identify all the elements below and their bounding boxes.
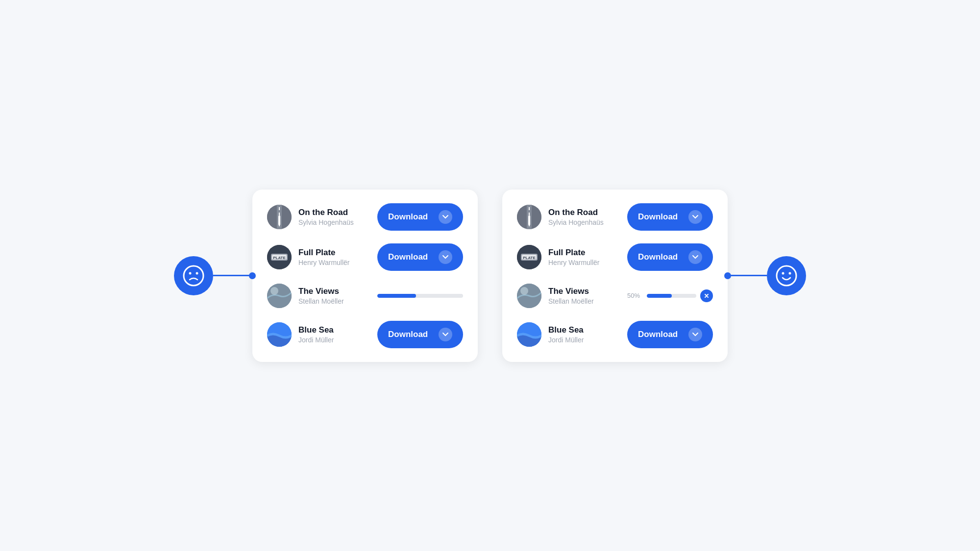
track-text: On the Road Sylvia Hogenhaüs: [298, 208, 354, 226]
track-artist: Stellan Moëller: [298, 297, 344, 305]
avatar: [267, 322, 292, 347]
track-text: Blue Sea Jordi Müller: [298, 325, 334, 344]
svg-point-0: [184, 266, 203, 286]
chevron-down-icon: [688, 328, 702, 341]
table-row: On the Road Sylvia Hogenhaüs Download: [267, 199, 463, 235]
table-row: The Views Stellan Moëller: [267, 280, 463, 312]
avatar: PLATE: [517, 245, 541, 269]
svg-point-11: [270, 287, 278, 295]
avatar: [517, 284, 541, 308]
download-label: Download: [388, 212, 428, 222]
track-title: Full Plate: [298, 248, 350, 258]
progress-fill: [647, 294, 672, 298]
progress-bar: [377, 294, 463, 298]
chevron-down-icon: [688, 250, 702, 264]
progress-with-cancel: 50%: [627, 289, 713, 302]
left-connector-line: [213, 275, 252, 276]
progress-bar: [647, 294, 696, 298]
track-info: The Views Stellan Moëller: [267, 284, 344, 308]
download-button[interactable]: Download: [377, 321, 463, 348]
chevron-down-icon: [439, 328, 452, 341]
track-artist: Sylvia Hogenhaüs: [298, 218, 354, 226]
track-text: Blue Sea Jordi Müller: [548, 325, 584, 344]
svg-point-1: [189, 272, 192, 274]
download-button[interactable]: Download: [377, 203, 463, 231]
track-artist: Henry Warmullër: [298, 259, 350, 266]
track-title: Blue Sea: [298, 325, 334, 335]
track-info: PLATE Full Plate Henry Warmullër: [517, 245, 600, 269]
track-info: Blue Sea Jordi Müller: [267, 322, 334, 347]
chevron-down-icon: [439, 250, 452, 264]
download-button[interactable]: Download: [627, 243, 713, 271]
svg-point-23: [777, 266, 796, 286]
track-artist: Stellan Moëller: [548, 297, 594, 305]
track-info: On the Road Sylvia Hogenhaüs: [517, 205, 604, 229]
track-text: The Views Stellan Moëller: [548, 287, 594, 305]
avatar: [267, 284, 292, 308]
table-row: Blue Sea Jordi Müller Download: [267, 317, 463, 352]
chevron-down-icon: [688, 210, 702, 224]
avatar: [517, 205, 541, 229]
track-title: Blue Sea: [548, 325, 584, 335]
cancel-button[interactable]: [700, 289, 713, 302]
progress-container: [377, 294, 463, 298]
download-label: Download: [388, 252, 428, 262]
track-title: The Views: [298, 287, 344, 296]
track-artist: Jordi Müller: [298, 336, 334, 344]
track-artist: Jordi Müller: [548, 336, 584, 344]
svg-point-25: [789, 272, 791, 274]
track-text: Full Plate Henry Warmullër: [548, 248, 600, 266]
download-button[interactable]: Download: [627, 203, 713, 231]
avatar: PLATE: [267, 245, 292, 269]
table-row: Blue Sea Jordi Müller Download: [517, 317, 713, 352]
svg-text:PLATE: PLATE: [273, 256, 286, 260]
track-text: Full Plate Henry Warmullër: [298, 248, 350, 266]
table-row: PLATE Full Plate Henry Warmullër Downloa…: [267, 240, 463, 275]
track-title: The Views: [548, 287, 594, 296]
svg-text:PLATE: PLATE: [523, 256, 536, 260]
track-info: Blue Sea Jordi Müller: [517, 322, 584, 347]
track-text: On the Road Sylvia Hogenhaüs: [548, 208, 604, 226]
track-title: Full Plate: [548, 248, 600, 258]
right-panel: On the Road Sylvia Hogenhaüs Download: [502, 190, 728, 362]
track-title: On the Road: [298, 208, 354, 217]
right-connector-line: [728, 275, 767, 276]
svg-point-24: [782, 272, 784, 274]
main-container: On the Road Sylvia Hogenhaüs Download: [174, 190, 806, 362]
track-artist: Sylvia Hogenhaüs: [548, 218, 604, 226]
download-button[interactable]: Download: [627, 321, 713, 348]
track-text: The Views Stellan Moëller: [298, 287, 344, 305]
sad-face-icon: [174, 256, 213, 295]
svg-point-21: [520, 287, 528, 295]
left-panel: On the Road Sylvia Hogenhaüs Download: [252, 190, 478, 362]
avatar: [267, 205, 292, 229]
svg-point-2: [196, 272, 198, 274]
progress-label: 50%: [627, 292, 643, 299]
download-label: Download: [638, 212, 678, 222]
table-row: PLATE Full Plate Henry Warmullër Downloa…: [517, 240, 713, 275]
track-title: On the Road: [548, 208, 604, 217]
download-button[interactable]: Download: [377, 243, 463, 271]
download-label: Download: [388, 330, 428, 339]
happy-face-icon: [767, 256, 806, 295]
track-info: On the Road Sylvia Hogenhaüs: [267, 205, 354, 229]
table-row: On the Road Sylvia Hogenhaüs Download: [517, 199, 713, 235]
table-row: The Views Stellan Moëller 50%: [517, 280, 713, 312]
download-label: Download: [638, 252, 678, 262]
chevron-down-icon: [439, 210, 452, 224]
track-info: PLATE Full Plate Henry Warmullër: [267, 245, 350, 269]
progress-fill: [377, 294, 416, 298]
track-info: The Views Stellan Moëller: [517, 284, 594, 308]
avatar: [517, 322, 541, 347]
download-label: Download: [638, 330, 678, 339]
track-artist: Henry Warmullër: [548, 259, 600, 266]
